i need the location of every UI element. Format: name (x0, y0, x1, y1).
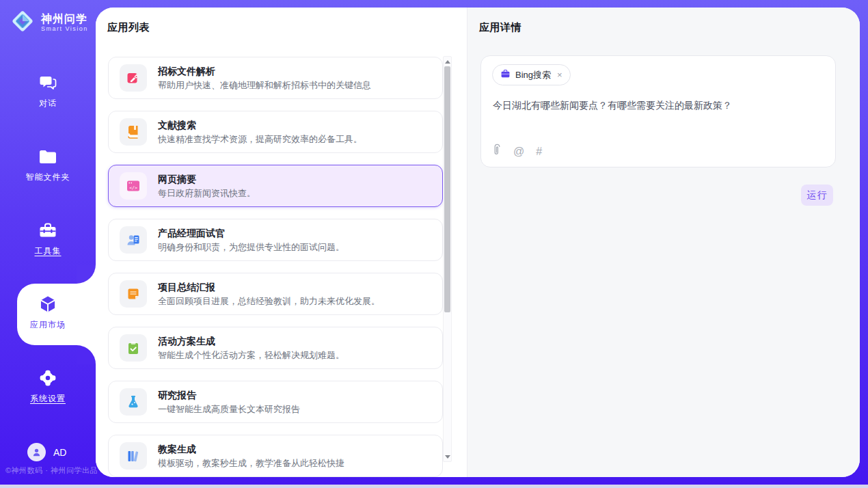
sidebar-item-label: 工具集 (35, 245, 62, 257)
sidebar: 神州问学 Smart Vision 对话 智能文件夹 (0, 0, 96, 488)
app-title: 招标文件解析 (158, 65, 371, 78)
app-detail-title: 应用详情 (479, 21, 521, 34)
app-text: 文献搜索 快速精准查找学术资源，提高研究效率的必备工具。 (158, 119, 362, 146)
app-title: 研究报告 (158, 389, 300, 402)
sidebar-item-app-market[interactable]: 应用市场 (0, 294, 96, 331)
sidebar-item-chat[interactable]: 对话 (0, 72, 96, 109)
sidebar-item-label: 对话 (39, 98, 57, 109)
paperclip-icon[interactable] (493, 144, 502, 159)
app-icon (120, 280, 147, 308)
app-icon (120, 226, 147, 254)
app-description: 智能生成个性化活动方案，轻松解决规划难题。 (158, 349, 344, 362)
list-item[interactable]: 研究报告 一键智能生成高质量长文本研究报告 (108, 381, 443, 423)
sidebar-item-settings[interactable]: 系统设置 (0, 368, 96, 405)
user-account[interactable]: AD (27, 443, 66, 461)
briefcase-icon (500, 69, 511, 81)
app-window: { "brand": { "name": "神州问学", "subtitle":… (0, 0, 868, 488)
svg-text:</>: </> (129, 185, 137, 191)
app-icon (120, 334, 147, 362)
app-description: 模板驱动，教案秒生成，教学准备从此轻松快捷 (158, 457, 344, 470)
scrollbar-up-arrow[interactable] (444, 57, 451, 66)
list-item[interactable]: </> 网页摘要 每日政府新闻资讯快查。 (108, 165, 443, 207)
scrollbar-down-arrow[interactable] (444, 452, 451, 461)
app-icon: </> (120, 172, 147, 200)
cube-icon (0, 294, 96, 314)
brand-subtitle: Smart Vision (41, 25, 88, 33)
main-content: 应用列表 招标文件解析 帮助用户快速、准确地理解和解析招标书中的关键信息 文献搜… (96, 8, 860, 477)
app-text: 网页摘要 每日政府新闻资讯快查。 (158, 173, 256, 200)
avatar (27, 443, 46, 461)
chat-icon (0, 72, 96, 93)
app-description: 快速精准查找学术资源，提高研究效率的必备工具。 (158, 133, 362, 146)
at-icon[interactable]: @ (513, 145, 524, 159)
app-title: 产品经理面试官 (158, 227, 344, 240)
hash-icon[interactable]: # (536, 145, 542, 159)
app-list: 招标文件解析 帮助用户快速、准确地理解和解析招标书中的关键信息 文献搜索 快速精… (108, 57, 443, 477)
gear-icon (0, 368, 96, 388)
app-description: 全面回顾项目进展，总结经验教训，助力未来优化发展。 (158, 295, 380, 308)
tool-tag-bing-search[interactable]: Bing搜索 × (492, 64, 571, 85)
app-icon (120, 442, 147, 470)
sidebar-item-toolset[interactable]: 工具集 (0, 220, 96, 257)
app-text: 招标文件解析 帮助用户快速、准确地理解和解析招标书中的关键信息 (158, 65, 371, 92)
card-toolbar: @ # (493, 144, 542, 159)
app-description: 帮助用户快速、准确地理解和解析招标书中的关键信息 (158, 79, 371, 92)
app-title: 文献搜索 (158, 119, 362, 132)
list-scrollbar[interactable] (443, 56, 452, 462)
list-item[interactable]: 文献搜索 快速精准查找学术资源，提高研究效率的必备工具。 (108, 111, 443, 153)
user-initials: AD (53, 447, 66, 458)
app-list-title: 应用列表 (107, 21, 150, 34)
app-icon (120, 388, 147, 416)
tag-close-icon[interactable]: × (557, 70, 562, 80)
list-item[interactable]: 项目总结汇报 全面回顾项目进展，总结经验教训，助力未来优化发展。 (108, 273, 443, 315)
run-button[interactable]: 运行 (801, 185, 833, 206)
toolbox-icon (0, 220, 96, 241)
query-input[interactable]: 今日湖北有哪些新闻要点？有哪些需要关注的最新政策？ (493, 98, 824, 112)
app-list-panel: 应用列表 招标文件解析 帮助用户快速、准确地理解和解析招标书中的关键信息 文献搜… (96, 8, 467, 477)
app-title: 项目总结汇报 (158, 281, 380, 294)
list-item[interactable]: 产品经理面试官 明确身份和职责，为您提供专业性的面试问题。 (108, 219, 443, 261)
copyright-text: ©神州数码 · 神州问学出品 (5, 465, 98, 476)
sidebar-item-label: 智能文件夹 (26, 172, 70, 183)
tool-tag-label: Bing搜索 (515, 69, 551, 81)
app-text: 活动方案生成 智能生成个性化活动方案，轻松解决规划难题。 (158, 335, 344, 362)
bottom-edge-strip (0, 485, 868, 488)
sidebar-item-smart-folder[interactable]: 智能文件夹 (0, 146, 96, 183)
app-detail-panel: 应用详情 Bing搜索 × 今日湖北有哪些新闻要点？有哪些需要关注的最新政策？ (467, 8, 860, 477)
brand-logo: 神州问学 Smart Vision (10, 8, 88, 37)
app-text: 项目总结汇报 全面回顾项目进展，总结经验教训，助力未来优化发展。 (158, 281, 380, 308)
app-description: 每日政府新闻资讯快查。 (158, 187, 256, 200)
query-card: Bing搜索 × 今日湖北有哪些新闻要点？有哪些需要关注的最新政策？ @ # (480, 55, 836, 167)
app-text: 产品经理面试官 明确身份和职责，为您提供专业性的面试问题。 (158, 227, 344, 254)
nav-bump-curve-top (77, 265, 96, 284)
app-text: 研究报告 一键智能生成高质量长文本研究报告 (158, 389, 300, 416)
scrollbar-thumb[interactable] (444, 66, 450, 312)
app-icon (120, 118, 147, 146)
app-title: 网页摘要 (158, 173, 256, 186)
list-item[interactable]: 活动方案生成 智能生成个性化活动方案，轻松解决规划难题。 (108, 327, 443, 369)
app-description: 一键智能生成高质量长文本研究报告 (158, 403, 300, 416)
app-title: 活动方案生成 (158, 335, 344, 348)
diamond-logo-icon (10, 8, 36, 37)
nav-bump-curve-bottom (77, 345, 96, 364)
sidebar-item-label: 系统设置 (30, 393, 66, 405)
app-description: 明确身份和职责，为您提供专业性的面试问题。 (158, 241, 344, 254)
list-item[interactable]: 教案生成 模板驱动，教案秒生成，教学准备从此轻松快捷 (108, 435, 443, 477)
app-title: 教案生成 (158, 443, 344, 456)
app-icon (120, 64, 147, 92)
sidebar-item-label: 应用市场 (30, 319, 66, 331)
app-text: 教案生成 模板驱动，教案秒生成，教学准备从此轻松快捷 (158, 443, 344, 470)
folder-icon (0, 146, 96, 167)
list-item[interactable]: 招标文件解析 帮助用户快速、准确地理解和解析招标书中的关键信息 (108, 57, 443, 99)
brand-name: 神州问学 (41, 13, 88, 25)
